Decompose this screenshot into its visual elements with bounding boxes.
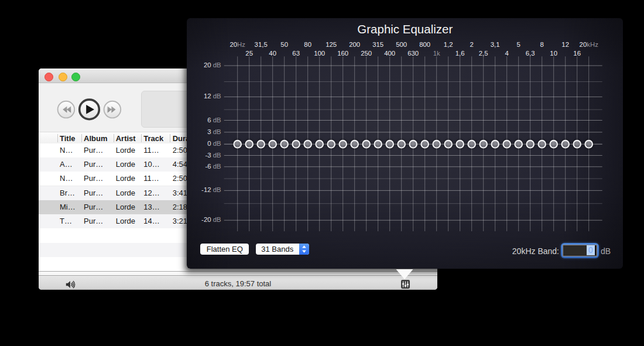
svg-text:6,3: 6,3 [526,49,535,56]
svg-text:8: 8 [540,40,544,47]
svg-text:31,5: 31,5 [255,40,268,47]
svg-text:5: 5 [517,40,520,47]
svg-text:2: 2 [470,40,474,47]
svg-text:3,1: 3,1 [491,40,500,47]
svg-text:0 dB: 0 dB [208,140,221,147]
svg-text:50: 50 [281,40,289,47]
svg-text:20Hz: 20Hz [230,40,246,47]
svg-text:10: 10 [550,49,558,56]
svg-text:-12 dB: -12 dB [201,186,221,193]
svg-text:1,6: 1,6 [455,49,465,56]
svg-text:6 dB: 6 dB [208,116,221,123]
svg-text:4: 4 [505,49,509,56]
svg-text:16: 16 [574,49,581,56]
svg-text:100: 100 [314,49,325,56]
svg-text:800: 800 [419,40,430,47]
svg-text:315: 315 [372,40,383,47]
svg-text:400: 400 [384,49,395,56]
svg-text:3 dB: 3 dB [208,128,221,135]
svg-text:20 dB: 20 dB [204,61,221,68]
svg-text:125: 125 [326,40,337,47]
svg-text:250: 250 [361,49,372,56]
svg-text:160: 160 [337,49,348,56]
svg-text:1,2: 1,2 [444,40,453,47]
svg-text:-6 dB: -6 dB [205,162,221,169]
svg-text:63: 63 [293,49,300,56]
svg-text:500: 500 [396,40,407,47]
svg-text:25: 25 [246,49,254,56]
svg-text:1k: 1k [433,49,440,56]
svg-text:20kHz: 20kHz [580,40,599,47]
svg-text:80: 80 [304,40,312,47]
svg-text:2,5: 2,5 [479,49,488,56]
svg-text:40: 40 [269,49,277,56]
svg-text:-20 dB: -20 dB [201,216,221,223]
svg-text:200: 200 [349,40,360,47]
svg-text:-3 dB: -3 dB [205,151,221,158]
svg-text:12 dB: 12 dB [204,93,221,100]
svg-text:630: 630 [407,49,419,56]
svg-text:12: 12 [562,40,570,47]
